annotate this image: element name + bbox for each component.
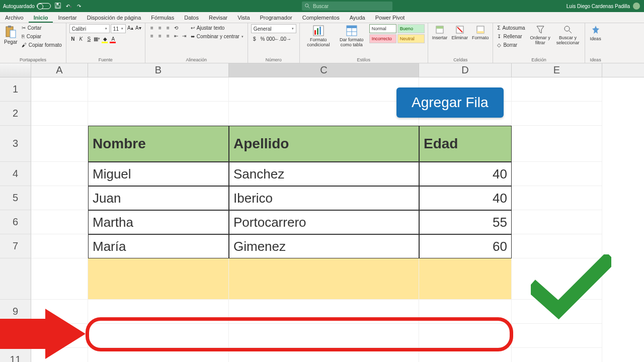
cell-B11[interactable]	[88, 348, 229, 362]
tab-vista[interactable]: Vista	[232, 12, 255, 23]
number-format-combo[interactable]: General▾	[251, 24, 296, 33]
indent-dec-icon[interactable]: ⇤	[173, 32, 180, 39]
cell-apellido[interactable]: Iberico	[229, 186, 419, 210]
fill-button[interactable]: ↧Rellenar	[496, 33, 526, 40]
cell-A6[interactable]	[31, 210, 88, 234]
cell-A2[interactable]	[31, 102, 88, 126]
row-header-6[interactable]: 6	[0, 210, 31, 234]
currency-icon[interactable]: $	[251, 35, 258, 42]
col-header-B[interactable]: B	[88, 63, 229, 77]
cell-A4[interactable]	[31, 162, 88, 186]
percent-icon[interactable]: %	[259, 35, 266, 42]
cell-D8[interactable]	[419, 258, 512, 300]
redo-icon[interactable]: ↷	[77, 4, 81, 9]
cell-E1[interactable]	[512, 77, 602, 102]
tab-inicio[interactable]: Inicio	[29, 12, 53, 23]
row-header-2[interactable]: 2	[0, 102, 31, 126]
style-normal[interactable]: Normal	[369, 24, 396, 33]
col-header-C[interactable]: C	[229, 63, 419, 77]
cell-E10[interactable]	[512, 324, 602, 348]
font-color-button[interactable]: A	[110, 35, 117, 42]
increase-font-icon[interactable]: A▴	[127, 24, 134, 31]
paste-button[interactable]: Pegar	[3, 24, 19, 46]
save-icon[interactable]	[55, 3, 61, 10]
sort-filter-button[interactable]: Ordenar y filtrar	[528, 24, 552, 46]
merge-center-button[interactable]: ⬌Combinar y centrar▾	[190, 33, 245, 40]
align-middle-icon[interactable]: ≡	[156, 24, 164, 31]
cell-B2[interactable]	[88, 102, 229, 126]
row-header-8[interactable]	[0, 258, 31, 300]
cell-apellido[interactable]: Portocarrero	[229, 210, 419, 234]
header-nombre[interactable]: Nombre	[88, 126, 229, 162]
cell-edad[interactable]: 55	[419, 210, 512, 234]
insert-cells-button[interactable]: Insertar	[431, 24, 449, 41]
cell-C10[interactable]	[229, 324, 419, 348]
add-row-button[interactable]: Agregar Fila	[396, 87, 504, 118]
col-header-A[interactable]: A	[31, 63, 88, 77]
cell-B9[interactable]	[88, 300, 229, 324]
dec-decimal-icon[interactable]: .0→	[283, 35, 290, 42]
row-header-3[interactable]: 3	[0, 126, 31, 162]
header-edad[interactable]: Edad	[419, 126, 512, 162]
cell-C8[interactable]	[229, 258, 419, 300]
style-good[interactable]: Bueno	[397, 24, 425, 33]
font-size-combo[interactable]: 11▾	[111, 24, 126, 33]
tab-archivo[interactable]: Archivo	[0, 12, 29, 23]
cell-nombre[interactable]: Miguel	[88, 162, 229, 186]
tab-datos[interactable]: Datos	[179, 12, 204, 23]
cell-A8[interactable]	[31, 258, 88, 300]
cell-D11[interactable]	[419, 348, 512, 362]
align-bottom-icon[interactable]: ≡	[165, 24, 172, 31]
format-painter-button[interactable]: 🖌Copiar formato	[21, 41, 63, 49]
cell-E11[interactable]	[512, 348, 602, 362]
cell-A5[interactable]	[31, 186, 88, 210]
search-box[interactable]: Buscar	[302, 2, 392, 11]
cell-edad[interactable]: 60	[419, 234, 512, 258]
tab-formulas[interactable]: Fórmulas	[146, 12, 179, 23]
align-right-icon[interactable]: ≡	[165, 32, 172, 39]
bold-button[interactable]: N	[69, 35, 76, 42]
cell-nombre[interactable]: Martha	[88, 210, 229, 234]
tab-complementos[interactable]: Complementos	[297, 12, 345, 23]
row-header-5[interactable]: 5	[0, 186, 31, 210]
delete-cells-button[interactable]: Eliminar	[450, 24, 469, 41]
tab-disposicion[interactable]: Disposición de página	[82, 12, 146, 23]
undo-icon[interactable]: ↶▾	[66, 4, 72, 9]
cut-button[interactable]: ✂Cortar	[21, 24, 63, 32]
conditional-format-button[interactable]: Formato condicional	[303, 24, 334, 48]
cell-nombre[interactable]: María	[88, 234, 229, 258]
format-as-table-button[interactable]: Dar formato como tabla	[336, 24, 367, 48]
cell-apellido[interactable]: Sanchez	[229, 162, 419, 186]
tab-revisar[interactable]: Revisar	[204, 12, 232, 23]
tab-ayuda[interactable]: Ayuda	[345, 12, 370, 23]
user-account[interactable]: Luis Diego Cardenas Padilla	[567, 3, 640, 10]
cell-apellido[interactable]: Gimenez	[229, 234, 419, 258]
cell-B1[interactable]	[88, 77, 229, 102]
cell-B10[interactable]	[88, 324, 229, 348]
col-header-D[interactable]: D	[419, 63, 512, 77]
row-header-4[interactable]: 4	[0, 162, 31, 186]
row-header-7[interactable]: 7	[0, 234, 31, 258]
row-header-1[interactable]: 1	[0, 77, 31, 102]
font-name-combo[interactable]: Calibri▾	[69, 24, 110, 33]
cell-edad[interactable]: 40	[419, 186, 512, 210]
cell-E2[interactable]	[512, 102, 602, 126]
cell-A1[interactable]	[31, 77, 88, 102]
cell-D10[interactable]	[419, 324, 512, 348]
autosave-toggle[interactable]: Autoguardado	[3, 3, 51, 9]
underline-button[interactable]: S	[86, 35, 93, 42]
header-apellido[interactable]: Apellido	[229, 126, 419, 162]
cell-E4[interactable]	[512, 162, 602, 186]
align-top-icon[interactable]: ≡	[148, 24, 155, 31]
tab-programador[interactable]: Programador	[255, 12, 297, 23]
cell-E5[interactable]	[512, 186, 602, 210]
decrease-font-icon[interactable]: A▾	[135, 24, 142, 31]
comma-icon[interactable]: 000	[267, 35, 274, 42]
cell-C2[interactable]	[229, 102, 419, 126]
wrap-text-button[interactable]: ↩Ajustar texto	[190, 24, 245, 32]
tab-insertar[interactable]: Insertar	[53, 12, 82, 23]
cell-A7[interactable]	[31, 234, 88, 258]
copy-button[interactable]: ⎘Copiar	[21, 33, 63, 40]
align-center-icon[interactable]: ≡	[156, 32, 164, 39]
align-left-icon[interactable]: ≡	[148, 32, 155, 39]
